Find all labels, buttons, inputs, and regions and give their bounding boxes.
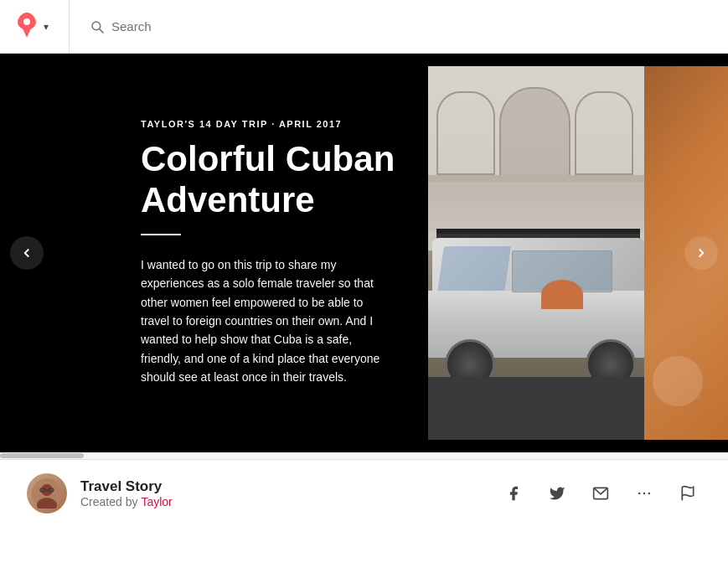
upper-building (428, 182, 644, 232)
next-arrow[interactable] (684, 236, 718, 270)
search-area[interactable]: Search (70, 19, 152, 34)
svg-point-0 (92, 22, 101, 30)
prev-arrow[interactable] (10, 236, 44, 270)
scroll-indicator (0, 452, 728, 459)
scroll-thumb[interactable] (0, 453, 84, 458)
footer-left: Travel Story Created by Taylor (27, 473, 173, 514)
airbnb-logo[interactable] (13, 12, 40, 42)
person-in-car (541, 280, 583, 309)
logo-chevron[interactable]: ▾ (44, 21, 49, 33)
hero-text: TAYLOR'S 14 DAY TRIP · APRIL 2017 Colorf… (0, 119, 410, 386)
svg-point-10 (643, 492, 646, 494)
search-icon (90, 19, 105, 34)
hero-body: I wanted to go on this trip to share my … (141, 256, 392, 387)
hero-divider (141, 234, 181, 235)
logo-area[interactable]: ▾ (13, 0, 70, 53)
author-link[interactable]: Taylor (141, 495, 172, 508)
more-options-button[interactable] (631, 480, 658, 507)
created-prefix: Created by (80, 495, 141, 508)
avatar-image (27, 473, 67, 514)
search-label[interactable]: Search (111, 19, 152, 34)
car-roof-rack-bar (436, 229, 640, 234)
car-windshield (437, 246, 511, 292)
twitter-share-button[interactable] (544, 480, 571, 507)
facebook-share-button[interactable] (500, 480, 527, 507)
side-image-circle (653, 356, 703, 406)
svg-line-1 (100, 28, 104, 33)
main-image (428, 66, 644, 440)
footer-title: Travel Story (80, 478, 173, 495)
footer: Travel Story Created by Taylor (0, 459, 728, 526)
header: ▾ Search (0, 0, 728, 54)
footer-created: Created by Taylor (80, 495, 173, 508)
building-arch-left (436, 91, 495, 175)
email-share-button[interactable] (587, 480, 614, 507)
svg-point-9 (638, 492, 641, 494)
building-ledge (428, 175, 644, 182)
footer-info: Travel Story Created by Taylor (80, 478, 173, 508)
hero-section: TAYLOR'S 14 DAY TRIP · APRIL 2017 Colorf… (0, 54, 728, 452)
flag-button[interactable] (674, 480, 701, 507)
hero-images (428, 54, 728, 452)
road (428, 377, 644, 440)
svg-point-11 (648, 492, 651, 494)
hero-title: Colorful Cuban Adventure (141, 139, 410, 220)
hero-subtitle: TAYLOR'S 14 DAY TRIP · APRIL 2017 (141, 119, 410, 129)
avatar-svg (32, 478, 62, 508)
footer-actions (500, 480, 701, 507)
building-arch-center (499, 87, 571, 188)
building-arch-right (575, 91, 633, 175)
avatar (27, 473, 67, 514)
